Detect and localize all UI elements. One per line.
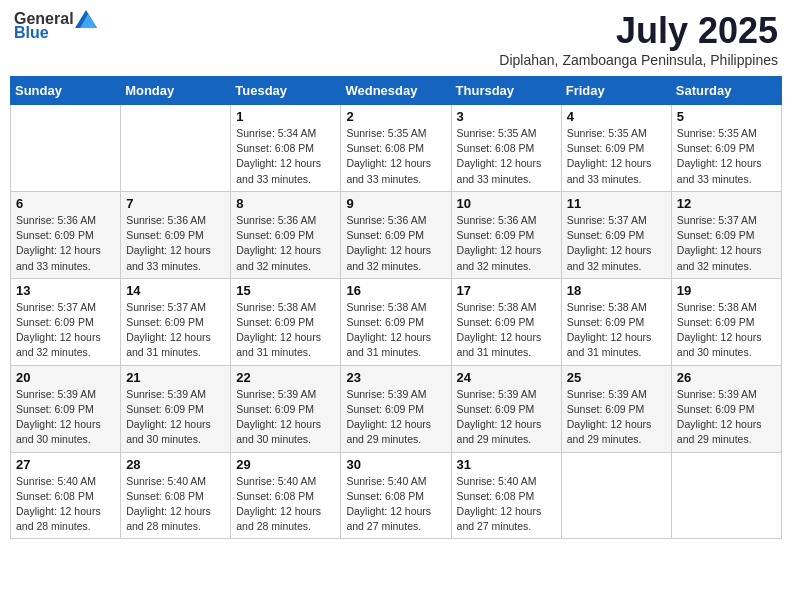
table-row: 16Sunrise: 5:38 AM Sunset: 6:09 PM Dayli… <box>341 278 451 365</box>
table-row: 7Sunrise: 5:36 AM Sunset: 6:09 PM Daylig… <box>121 191 231 278</box>
day-info: Sunrise: 5:37 AM Sunset: 6:09 PM Dayligh… <box>16 300 115 361</box>
day-number: 25 <box>567 370 666 385</box>
day-info: Sunrise: 5:36 AM Sunset: 6:09 PM Dayligh… <box>16 213 115 274</box>
calendar-week-4: 20Sunrise: 5:39 AM Sunset: 6:09 PM Dayli… <box>11 365 782 452</box>
table-row: 26Sunrise: 5:39 AM Sunset: 6:09 PM Dayli… <box>671 365 781 452</box>
calendar-week-2: 6Sunrise: 5:36 AM Sunset: 6:09 PM Daylig… <box>11 191 782 278</box>
day-number: 13 <box>16 283 115 298</box>
table-row <box>11 105 121 192</box>
day-info: Sunrise: 5:38 AM Sunset: 6:09 PM Dayligh… <box>677 300 776 361</box>
day-info: Sunrise: 5:38 AM Sunset: 6:09 PM Dayligh… <box>346 300 445 361</box>
table-row: 1Sunrise: 5:34 AM Sunset: 6:08 PM Daylig… <box>231 105 341 192</box>
table-row: 14Sunrise: 5:37 AM Sunset: 6:09 PM Dayli… <box>121 278 231 365</box>
header-monday: Monday <box>121 77 231 105</box>
table-row: 30Sunrise: 5:40 AM Sunset: 6:08 PM Dayli… <box>341 452 451 539</box>
day-info: Sunrise: 5:35 AM Sunset: 6:08 PM Dayligh… <box>346 126 445 187</box>
day-number: 3 <box>457 109 556 124</box>
day-info: Sunrise: 5:40 AM Sunset: 6:08 PM Dayligh… <box>457 474 556 535</box>
day-number: 9 <box>346 196 445 211</box>
calendar-header-row: Sunday Monday Tuesday Wednesday Thursday… <box>11 77 782 105</box>
table-row: 10Sunrise: 5:36 AM Sunset: 6:09 PM Dayli… <box>451 191 561 278</box>
day-info: Sunrise: 5:35 AM Sunset: 6:09 PM Dayligh… <box>567 126 666 187</box>
day-number: 2 <box>346 109 445 124</box>
table-row: 22Sunrise: 5:39 AM Sunset: 6:09 PM Dayli… <box>231 365 341 452</box>
day-number: 19 <box>677 283 776 298</box>
table-row: 2Sunrise: 5:35 AM Sunset: 6:08 PM Daylig… <box>341 105 451 192</box>
day-number: 20 <box>16 370 115 385</box>
table-row: 29Sunrise: 5:40 AM Sunset: 6:08 PM Dayli… <box>231 452 341 539</box>
table-row: 23Sunrise: 5:39 AM Sunset: 6:09 PM Dayli… <box>341 365 451 452</box>
day-info: Sunrise: 5:36 AM Sunset: 6:09 PM Dayligh… <box>236 213 335 274</box>
day-number: 12 <box>677 196 776 211</box>
table-row: 11Sunrise: 5:37 AM Sunset: 6:09 PM Dayli… <box>561 191 671 278</box>
table-row <box>561 452 671 539</box>
day-number: 5 <box>677 109 776 124</box>
day-info: Sunrise: 5:39 AM Sunset: 6:09 PM Dayligh… <box>346 387 445 448</box>
day-info: Sunrise: 5:36 AM Sunset: 6:09 PM Dayligh… <box>346 213 445 274</box>
table-row: 27Sunrise: 5:40 AM Sunset: 6:08 PM Dayli… <box>11 452 121 539</box>
table-row: 18Sunrise: 5:38 AM Sunset: 6:09 PM Dayli… <box>561 278 671 365</box>
day-number: 23 <box>346 370 445 385</box>
day-number: 11 <box>567 196 666 211</box>
day-number: 1 <box>236 109 335 124</box>
day-info: Sunrise: 5:39 AM Sunset: 6:09 PM Dayligh… <box>126 387 225 448</box>
day-info: Sunrise: 5:38 AM Sunset: 6:09 PM Dayligh… <box>236 300 335 361</box>
day-info: Sunrise: 5:35 AM Sunset: 6:09 PM Dayligh… <box>677 126 776 187</box>
day-info: Sunrise: 5:34 AM Sunset: 6:08 PM Dayligh… <box>236 126 335 187</box>
day-info: Sunrise: 5:40 AM Sunset: 6:08 PM Dayligh… <box>346 474 445 535</box>
logo-icon <box>75 10 97 28</box>
day-info: Sunrise: 5:37 AM Sunset: 6:09 PM Dayligh… <box>126 300 225 361</box>
logo-blue: Blue <box>14 24 49 42</box>
day-number: 30 <box>346 457 445 472</box>
table-row: 9Sunrise: 5:36 AM Sunset: 6:09 PM Daylig… <box>341 191 451 278</box>
day-number: 18 <box>567 283 666 298</box>
day-number: 27 <box>16 457 115 472</box>
day-number: 21 <box>126 370 225 385</box>
table-row: 12Sunrise: 5:37 AM Sunset: 6:09 PM Dayli… <box>671 191 781 278</box>
table-row: 31Sunrise: 5:40 AM Sunset: 6:08 PM Dayli… <box>451 452 561 539</box>
table-row: 20Sunrise: 5:39 AM Sunset: 6:09 PM Dayli… <box>11 365 121 452</box>
table-row: 3Sunrise: 5:35 AM Sunset: 6:08 PM Daylig… <box>451 105 561 192</box>
day-number: 10 <box>457 196 556 211</box>
table-row: 4Sunrise: 5:35 AM Sunset: 6:09 PM Daylig… <box>561 105 671 192</box>
day-info: Sunrise: 5:40 AM Sunset: 6:08 PM Dayligh… <box>126 474 225 535</box>
day-number: 22 <box>236 370 335 385</box>
day-number: 15 <box>236 283 335 298</box>
day-info: Sunrise: 5:39 AM Sunset: 6:09 PM Dayligh… <box>677 387 776 448</box>
header-friday: Friday <box>561 77 671 105</box>
day-number: 28 <box>126 457 225 472</box>
calendar-week-3: 13Sunrise: 5:37 AM Sunset: 6:09 PM Dayli… <box>11 278 782 365</box>
calendar-week-1: 1Sunrise: 5:34 AM Sunset: 6:08 PM Daylig… <box>11 105 782 192</box>
header-tuesday: Tuesday <box>231 77 341 105</box>
table-row: 17Sunrise: 5:38 AM Sunset: 6:09 PM Dayli… <box>451 278 561 365</box>
day-info: Sunrise: 5:38 AM Sunset: 6:09 PM Dayligh… <box>567 300 666 361</box>
table-row: 24Sunrise: 5:39 AM Sunset: 6:09 PM Dayli… <box>451 365 561 452</box>
day-number: 24 <box>457 370 556 385</box>
day-info: Sunrise: 5:36 AM Sunset: 6:09 PM Dayligh… <box>457 213 556 274</box>
day-info: Sunrise: 5:38 AM Sunset: 6:09 PM Dayligh… <box>457 300 556 361</box>
day-number: 8 <box>236 196 335 211</box>
month-year-title: July 2025 <box>499 10 778 52</box>
day-info: Sunrise: 5:39 AM Sunset: 6:09 PM Dayligh… <box>236 387 335 448</box>
table-row: 13Sunrise: 5:37 AM Sunset: 6:09 PM Dayli… <box>11 278 121 365</box>
day-number: 26 <box>677 370 776 385</box>
logo: General Blue <box>14 10 97 42</box>
table-row: 6Sunrise: 5:36 AM Sunset: 6:09 PM Daylig… <box>11 191 121 278</box>
day-info: Sunrise: 5:37 AM Sunset: 6:09 PM Dayligh… <box>567 213 666 274</box>
day-number: 17 <box>457 283 556 298</box>
table-row <box>671 452 781 539</box>
table-row: 5Sunrise: 5:35 AM Sunset: 6:09 PM Daylig… <box>671 105 781 192</box>
day-info: Sunrise: 5:39 AM Sunset: 6:09 PM Dayligh… <box>567 387 666 448</box>
location-subtitle: Diplahan, Zamboanga Peninsula, Philippin… <box>499 52 778 68</box>
day-info: Sunrise: 5:35 AM Sunset: 6:08 PM Dayligh… <box>457 126 556 187</box>
day-number: 29 <box>236 457 335 472</box>
table-row: 28Sunrise: 5:40 AM Sunset: 6:08 PM Dayli… <box>121 452 231 539</box>
table-row: 19Sunrise: 5:38 AM Sunset: 6:09 PM Dayli… <box>671 278 781 365</box>
day-number: 16 <box>346 283 445 298</box>
table-row: 21Sunrise: 5:39 AM Sunset: 6:09 PM Dayli… <box>121 365 231 452</box>
table-row: 25Sunrise: 5:39 AM Sunset: 6:09 PM Dayli… <box>561 365 671 452</box>
day-info: Sunrise: 5:36 AM Sunset: 6:09 PM Dayligh… <box>126 213 225 274</box>
day-info: Sunrise: 5:40 AM Sunset: 6:08 PM Dayligh… <box>236 474 335 535</box>
page-header: General Blue July 2025 Diplahan, Zamboan… <box>10 10 782 68</box>
title-section: July 2025 Diplahan, Zamboanga Peninsula,… <box>499 10 778 68</box>
